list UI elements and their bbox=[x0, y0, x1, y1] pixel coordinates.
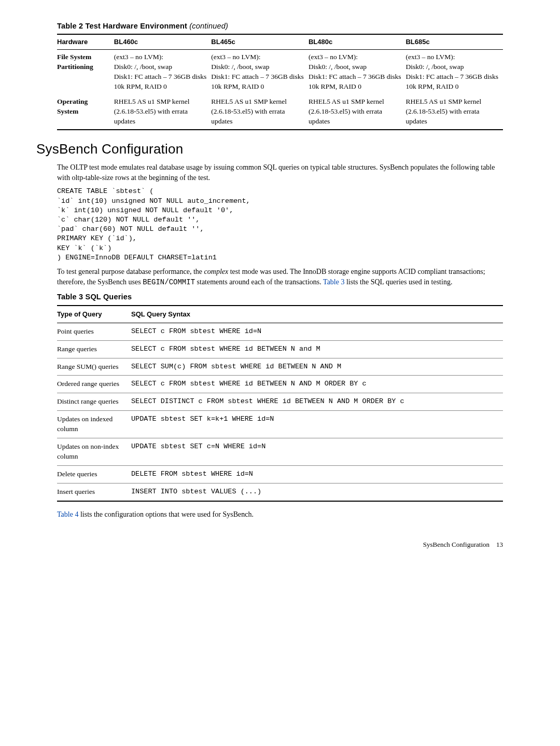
table3-header: SQL Query Syntax bbox=[131, 306, 503, 323]
table3-crossref-link[interactable]: Table 3 bbox=[323, 278, 344, 286]
paragraph-table4: Table 4 lists the configuration options … bbox=[57, 509, 503, 520]
query-sql: INSERT INTO sbtest VALUES (...) bbox=[131, 483, 503, 501]
table-cell: RHEL5 AS u1 SMP kernel (2.6.18-53.el5) w… bbox=[211, 94, 309, 130]
table2-caption-text: Table 2 Test Hardware Environment bbox=[57, 22, 187, 30]
query-sql: DELETE FROM sbtest WHERE id=N bbox=[131, 465, 503, 483]
table2-header: BL460c bbox=[114, 34, 212, 50]
table2-header: BL465c bbox=[211, 34, 309, 50]
table-cell: (ext3 – no LVM): Disk0: /, /boot, swap D… bbox=[114, 50, 212, 94]
query-sql: SELECT c FROM sbtest WHERE id=N bbox=[131, 323, 503, 340]
paragraph-intro: The OLTP test mode emulates real databas… bbox=[57, 162, 503, 183]
query-type: Distinct range queries bbox=[57, 393, 131, 411]
table-cell: (ext3 – no LVM): Disk0: /, /boot, swap D… bbox=[405, 50, 503, 94]
query-sql: SELECT SUM(c) FROM sbtest WHERE id BETWE… bbox=[131, 358, 503, 376]
table-row: Distinct range queriesSELECT DISTINCT c … bbox=[57, 393, 503, 411]
table-cell: RHEL5 AS u1 SMP kernel (2.6.18-53.el5) w… bbox=[405, 94, 503, 130]
table4-crossref-link[interactable]: Table 4 bbox=[57, 510, 78, 518]
para2-part: statements around each of the transactio… bbox=[195, 278, 323, 286]
query-type: Range SUM() queries bbox=[57, 358, 131, 376]
query-sql: SELECT c FROM sbtest WHERE id BETWEEN N … bbox=[131, 340, 503, 358]
query-type: Updates on indexed column bbox=[57, 411, 131, 438]
footer-page-number: 13 bbox=[496, 541, 503, 548]
footer-section-label: SysBench Configuration bbox=[423, 541, 489, 548]
para2-emphasis: complex bbox=[204, 268, 229, 275]
table-cell: RHEL5 AS u1 SMP kernel (2.6.18-53.el5) w… bbox=[114, 94, 212, 130]
paragraph-complex: To test general purpose database perform… bbox=[57, 267, 503, 287]
create-table-codeblock: CREATE TABLE `sbtest` ( `id` int(10) uns… bbox=[57, 187, 503, 263]
para2-part: lists the SQL queries used in testing. bbox=[344, 278, 452, 286]
table2-header: BL480c bbox=[309, 34, 406, 50]
query-type: Point queries bbox=[57, 323, 131, 340]
query-sql: UPDATE sbtest SET k=k+1 WHERE id=N bbox=[131, 411, 503, 438]
para3-rest: lists the configuration options that wer… bbox=[78, 510, 254, 518]
table2-caption-continued: (continued) bbox=[189, 22, 228, 30]
table-row: Delete queriesDELETE FROM sbtest WHERE i… bbox=[57, 465, 503, 483]
table2-caption: Table 2 Test Hardware Environment (conti… bbox=[57, 21, 503, 31]
row-label: File System Partitioning bbox=[57, 50, 114, 94]
query-sql: UPDATE sbtest SET c=N WHERE id=N bbox=[131, 438, 503, 465]
table-row: File System Partitioning(ext3 – no LVM):… bbox=[57, 50, 503, 94]
table-row: Range queriesSELECT c FROM sbtest WHERE … bbox=[57, 340, 503, 358]
para2-mono: BEGIN/COMMIT bbox=[143, 278, 195, 286]
table-cell: (ext3 – no LVM): Disk0: /, /boot, swap D… bbox=[211, 50, 309, 94]
table-row: Ordered range queriesSELECT c FROM sbtes… bbox=[57, 376, 503, 393]
table-row: Range SUM() queriesSELECT SUM(c) FROM sb… bbox=[57, 358, 503, 376]
query-type: Insert queries bbox=[57, 483, 131, 501]
table2: Hardware BL460c BL465c BL480c BL685c Fil… bbox=[57, 34, 503, 130]
table2-header: Hardware bbox=[57, 34, 114, 50]
table3-header: Type of Query bbox=[57, 306, 131, 323]
query-sql: SELECT c FROM sbtest WHERE id BETWEEN N … bbox=[131, 376, 503, 393]
table-row: Operating SystemRHEL5 AS u1 SMP kernel (… bbox=[57, 94, 503, 130]
table3: Type of Query SQL Query Syntax Point que… bbox=[57, 305, 503, 502]
query-type: Ordered range queries bbox=[57, 376, 131, 393]
query-type: Delete queries bbox=[57, 465, 131, 483]
row-label: Operating System bbox=[57, 94, 114, 130]
table-cell: (ext3 – no LVM): Disk0: /, /boot, swap D… bbox=[309, 50, 406, 94]
table3-caption: Table 3 SQL Queries bbox=[57, 292, 503, 302]
query-type: Range queries bbox=[57, 340, 131, 358]
table2-header: BL685c bbox=[405, 34, 503, 50]
table-row: Updates on indexed columnUPDATE sbtest S… bbox=[57, 411, 503, 438]
table-row: Point queriesSELECT c FROM sbtest WHERE … bbox=[57, 323, 503, 340]
para2-part: To test general purpose database perform… bbox=[57, 268, 204, 275]
query-sql: SELECT DISTINCT c FROM sbtest WHERE id B… bbox=[131, 393, 503, 411]
table-row: Insert queriesINSERT INTO sbtest VALUES … bbox=[57, 483, 503, 501]
query-type: Updates on non-index column bbox=[57, 438, 131, 465]
table-cell: RHEL5 AS u1 SMP kernel (2.6.18-53.el5) w… bbox=[309, 94, 406, 130]
table-row: Updates on non-index columnUPDATE sbtest… bbox=[57, 438, 503, 465]
page-footer: SysBench Configuration 13 bbox=[57, 540, 503, 549]
section-heading: SysBench Configuration bbox=[36, 140, 503, 158]
